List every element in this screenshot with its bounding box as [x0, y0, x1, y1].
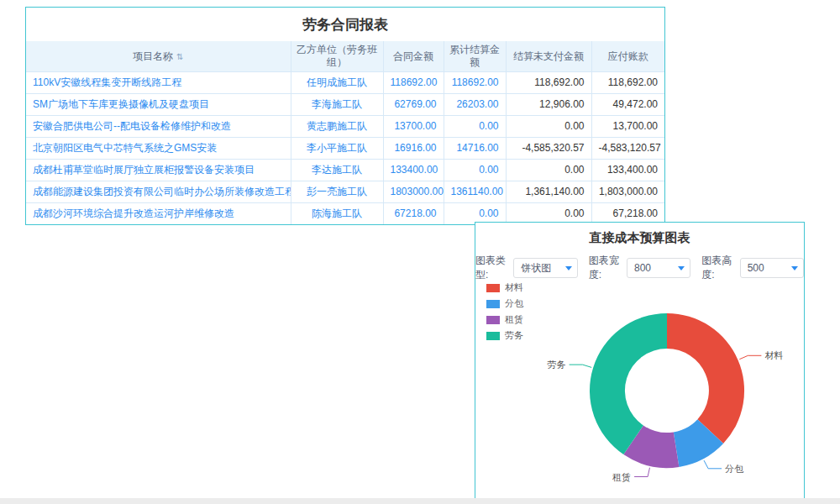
cell-party-b-unit[interactable]: 黄志鹏施工队: [291, 116, 383, 138]
cell-party-b-unit[interactable]: 李海施工队: [291, 94, 383, 116]
column-header-unpaid-amount: 结算未支付金额: [506, 41, 591, 72]
cell-contract-amount[interactable]: 67218.00: [383, 203, 444, 225]
chart-height-value: 500: [748, 262, 764, 274]
column-header-label: 累计结算金额: [449, 44, 500, 68]
cell-contract-amount[interactable]: 16916.00: [383, 138, 444, 160]
legend-swatch-icon: [486, 332, 500, 340]
cell-settled-amount[interactable]: 118692.00: [444, 72, 506, 94]
table-row[interactable]: SM广场地下车库更换摄像机及硬盘项目李海施工队62769.0026203.001…: [26, 94, 664, 116]
cell-payable-amount: 1,803,000.00: [591, 181, 664, 203]
report-title: 劳务合同报表: [26, 8, 664, 41]
column-header-party-b-unit: 乙方单位（劳务班组）: [291, 41, 383, 72]
column-header-label: 应付账款: [608, 50, 648, 62]
chevron-down-icon: [565, 266, 572, 270]
cell-project-name[interactable]: 成都能源建设集团投资有限公司临时办公场所装修改造工程EPC: [26, 181, 291, 203]
slice-label-subcontract: 分包: [725, 464, 744, 474]
cell-unpaid-amount: 0.00: [506, 160, 591, 181]
chart-height-select[interactable]: 500: [740, 258, 804, 278]
cell-project-name[interactable]: 成都杜甫草堂临时展厅独立展柜报警设备安装项目: [26, 160, 291, 181]
cell-payable-amount: 49,472.00: [591, 94, 664, 116]
chevron-down-icon: [678, 266, 685, 270]
horizontal-scrollbar-track[interactable]: [0, 498, 840, 504]
slice-label-material: 材料: [764, 350, 783, 360]
legend-item-subcontract[interactable]: 分包: [486, 297, 523, 310]
label-line-labor: [570, 365, 592, 367]
table-body: 110kV安徽线程集变开断线路工程任明成施工队118692.00118692.0…: [26, 72, 664, 225]
cell-project-name[interactable]: 安徽合肥供电公司--配电设备检修维护和改造: [26, 116, 291, 138]
cell-project-name[interactable]: SM广场地下车库更换摄像机及硬盘项目: [26, 94, 291, 116]
cell-party-b-unit[interactable]: 李小平施工队: [291, 138, 383, 160]
legend-label: 劳务: [505, 329, 523, 342]
cell-unpaid-amount: 0.00: [506, 116, 591, 138]
label-line-material: [739, 355, 761, 359]
cell-settled-amount[interactable]: 1361140.00: [444, 181, 506, 203]
chart-legend: 材料分包租赁劳务: [486, 281, 523, 342]
cell-party-b-unit[interactable]: 陈海施工队: [291, 203, 383, 225]
cell-party-b-unit[interactable]: 任明成施工队: [291, 72, 383, 94]
chart-type-value: 饼状图: [521, 262, 551, 274]
chart-type-control: 图表类型: 饼状图: [475, 254, 578, 282]
cell-project-name[interactable]: 北京朝阳区电气中芯特气系统之GMS安装: [26, 138, 291, 160]
label-line-lease: [634, 468, 649, 477]
chart-width-label: 图表宽度:: [589, 254, 623, 282]
cell-project-name[interactable]: 成都沙河环境综合提升改造运河护岸维修改造: [26, 203, 291, 225]
cell-party-b-unit[interactable]: 彭一亮施工队: [291, 181, 383, 203]
chart-width-value: 800: [634, 262, 651, 274]
label-line-subcontract: [704, 460, 722, 469]
chevron-down-icon: [791, 266, 798, 270]
cell-contract-amount[interactable]: 118692.00: [383, 72, 444, 94]
chart-controls: 图表类型: 饼状图 图表宽度: 800 图表高度: 500: [475, 254, 804, 282]
table-row[interactable]: 安徽合肥供电公司--配电设备检修维护和改造黄志鹏施工队13700.000.000…: [26, 116, 664, 138]
cell-settled-amount[interactable]: 0.00: [444, 116, 506, 138]
column-header-payable-amount: 应付账款: [591, 41, 664, 72]
column-header-label: 合同金额: [393, 50, 433, 62]
cell-payable-amount: 118,692.00: [591, 72, 664, 94]
chart-width-control: 图表宽度: 800: [589, 254, 691, 282]
column-header-contract-amount: 合同金额: [383, 41, 444, 72]
chart-height-label: 图表高度:: [701, 254, 736, 282]
table-row[interactable]: 成都杜甫草堂临时展厅独立展柜报警设备安装项目李达施工队133400.000.00…: [26, 160, 664, 181]
cell-settled-amount[interactable]: 0.00: [444, 160, 506, 181]
legend-item-lease[interactable]: 租赁: [486, 313, 523, 326]
table-row[interactable]: 成都能源建设集团投资有限公司临时办公场所装修改造工程EPC彭一亮施工队18030…: [26, 181, 664, 203]
cell-contract-amount[interactable]: 13700.00: [383, 116, 444, 138]
cell-payable-amount: 13,700.00: [591, 116, 664, 138]
cell-unpaid-amount: 12,906.00: [506, 94, 591, 116]
legend-label: 租赁: [505, 313, 523, 326]
column-header-label: 结算未支付金额: [513, 50, 584, 62]
slice-label-labor: 劳务: [548, 360, 566, 370]
contracts-table: 项目名称⇅乙方单位（劳务班组）合同金额累计结算金额结算未支付金额应付账款 110…: [26, 41, 664, 224]
chart-height-control: 图表高度: 500: [701, 254, 804, 282]
cell-contract-amount[interactable]: 1803000.00: [383, 181, 444, 203]
labor-contract-report-panel: 劳务合同报表 项目名称⇅乙方单位（劳务班组）合同金额累计结算金额结算未支付金额应…: [25, 7, 665, 225]
chart-width-select[interactable]: 800: [627, 258, 690, 278]
table-header-row: 项目名称⇅乙方单位（劳务班组）合同金额累计结算金额结算未支付金额应付账款: [26, 41, 664, 72]
sort-icon[interactable]: ⇅: [176, 52, 183, 61]
legend-label: 材料: [505, 281, 523, 294]
chart-type-label: 图表类型:: [475, 254, 510, 282]
legend-item-labor[interactable]: 劳务: [486, 329, 523, 342]
chart-type-select[interactable]: 饼状图: [513, 258, 577, 278]
cell-contract-amount[interactable]: 133400.00: [383, 160, 444, 181]
cell-settled-amount[interactable]: 26203.00: [444, 94, 506, 116]
legend-swatch-icon: [486, 300, 500, 308]
cell-contract-amount[interactable]: 62769.00: [383, 94, 444, 116]
legend-item-material[interactable]: 材料: [486, 281, 523, 294]
legend-swatch-icon: [486, 284, 500, 292]
legend-swatch-icon: [486, 316, 500, 324]
cost-budget-chart-panel: 直接成本预算图表 图表类型: 饼状图 图表宽度: 800 图表高度: 500 材…: [475, 222, 805, 499]
table-row[interactable]: 110kV安徽线程集变开断线路工程任明成施工队118692.00118692.0…: [26, 72, 664, 94]
column-header-project-name: 项目名称⇅: [26, 41, 291, 72]
cell-project-name[interactable]: 110kV安徽线程集变开断线路工程: [26, 72, 291, 94]
slice-label-lease: 租赁: [612, 472, 631, 482]
cell-payable-amount: 133,400.00: [591, 160, 664, 181]
cell-payable-amount: -4,583,120.57: [591, 138, 664, 160]
cell-settled-amount[interactable]: 14716.00: [444, 138, 506, 160]
column-header-label: 项目名称: [133, 50, 173, 62]
cell-unpaid-amount: 1,361,140.00: [506, 181, 591, 203]
table-row[interactable]: 北京朝阳区电气中芯特气系统之GMS安装李小平施工队16916.0014716.0…: [26, 138, 664, 160]
column-header-label: 乙方单位（劳务班组）: [297, 44, 377, 68]
column-header-settled-amount: 累计结算金额: [444, 41, 506, 72]
pie-slice-material[interactable]: [667, 313, 744, 444]
cell-party-b-unit[interactable]: 李达施工队: [291, 160, 383, 181]
